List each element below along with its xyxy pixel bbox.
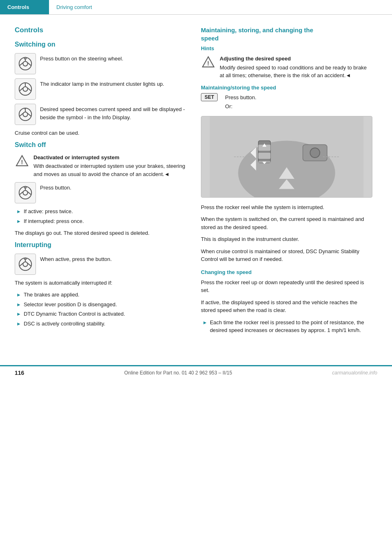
switching-on-item2: * The indicator lamp in the instrument c… [15,78,186,100]
bullet-selector: ► Selector lever position D is disengage… [15,301,186,309]
svg-point-21 [23,190,27,195]
switch-off-press: Press button. [15,182,186,203]
dsc-text: When cruise control is maintained or sto… [201,247,372,263]
interrupting-item: When active, press the button. [15,254,186,275]
system-interrupted-text: The system is automatically interrupted … [15,279,186,287]
switched-on-text: When the system is switched on, the curr… [201,215,372,231]
bullet-arrow-icon: ► [16,320,21,328]
svg-rect-38 [258,153,271,159]
changing-speed-title: Changing the speed [201,269,372,275]
changing-speed-intro: Press the rocker reel up or down repeate… [201,279,372,294]
footer-note: Online Edition for Part no. 01 40 2 962 … [124,370,232,376]
switching-on-title: Switching on [15,41,186,48]
switching-on-text2: The indicator lamp in the instrument clu… [40,78,186,88]
page-footer: 116 Online Edition for Part no. 01 40 2 … [0,365,392,379]
footer-logo: carmanualonline.info [332,370,377,376]
press-button-text: Press button. Or: [225,93,256,111]
svg-point-1 [23,61,27,66]
header-tab2-label: Driving comfort [56,4,92,10]
svg-text:!: ! [207,60,209,67]
bullet-active: ► If active: press twice. [15,207,186,216]
svg-point-45 [310,148,320,158]
bullet-arrow-icon: ► [16,218,21,225]
interrupting-title: Interrupting [15,241,186,249]
speed-display-icon: ✦ [15,104,36,125]
warning-triangle-icon: ! [15,154,29,168]
changing-speed-bullets: ► Each time the rocker reel is pressed t… [201,319,372,334]
switch-off-button-icon [15,182,36,203]
switching-on-item1: Press button on the steering wheel. [15,53,186,74]
header-tab1-label: Controls [7,4,29,10]
page-header: Controls Driving comfort [0,0,392,15]
displayed-cluster-text: This is displayed in the instrument clus… [201,235,372,243]
bullet-brakes: ► The brakes are applied. [15,291,186,299]
svg-point-7 [23,87,27,91]
svg-point-31 [24,257,27,260]
switch-off-warning-text: Deactivated or interrupted system With d… [33,154,186,178]
svg-point-27 [23,262,27,266]
switching-on-text1: Press button on the steering wheel. [40,53,186,63]
switching-on-item3: ✦ Desired speed becomes current speed an… [15,104,186,125]
interrupting-when-text: When active, press the button. [40,254,186,263]
main-content: Controls Switching on Press button on th… [0,15,392,347]
left-column: Controls Switching on Press button on th… [15,26,186,339]
right-column: Maintaining, storing, and changing the s… [201,26,372,339]
hints-warning-triangle-icon: ! [201,55,216,69]
steering-wheel-image [201,116,372,198]
set-button-row: SET Press button. Or: [201,93,372,111]
svg-point-13 [23,112,27,116]
header-tab-driving: Driving comfort [49,0,99,14]
interrupting-bullets: ► The brakes are applied. ► Selector lev… [15,291,186,328]
bullet-dsc: ► DSC is actively controlling stability. [15,320,186,328]
switch-off-bullets: ► If active: press twice. ► If interrupt… [15,207,186,225]
changing-speed-text2: If active, the displayed speed is stored… [201,299,372,314]
svg-point-5 [24,57,27,60]
steering-wheel-icon [15,53,36,74]
bullet-arrow-icon: ► [16,310,21,318]
header-tab-controls: Controls [0,0,49,14]
bullet-arrow-icon: ► [16,291,21,299]
bullet-arrow-icon: ► [16,301,21,308]
page-number: 116 [15,370,24,376]
bullet-dtc: ► DTC Dynamic Traction Control is activa… [15,310,186,318]
interrupting-button-icon [15,254,36,275]
cruise-control-text: Cruise control can be used. [15,129,186,137]
bullet-arrow-icon: ► [203,319,207,326]
changing-speed-bullet1: ► Each time the rocker reel is pressed t… [201,319,372,334]
set-button[interactable]: SET [201,93,218,101]
bullet-arrow-icon: ► [16,208,21,215]
svg-text:!: ! [21,159,23,165]
maintaining-storing-title: Maintaining/storing the speed [201,85,372,91]
rocker-reel-text: Press the rocker reel while the system i… [201,203,372,212]
switching-on-text3: Desired speed becomes current speed and … [40,104,186,121]
right-main-title: Maintaining, storing, and changing the s… [201,26,372,42]
hints-warning-text: Adjusting the desired speed Modify desir… [220,55,372,80]
bullet-interrupted: ► If interrupted: press once. [15,217,186,225]
page-title: Controls [15,26,186,34]
hints-warning: ! Adjusting the desired speed Modify des… [201,55,372,80]
indicator-lamp-icon: * [15,78,36,100]
switch-off-title: Switch off [15,141,186,149]
displays-go-out-text: The displays go out. The stored desired … [15,229,186,237]
svg-point-25 [24,186,27,189]
hints-label: Hints [201,45,372,51]
switch-off-warning: ! Deactivated or interrupted system With… [15,154,186,178]
svg-text:✦: ✦ [24,108,26,110]
switch-off-press-text: Press button. [40,182,186,192]
